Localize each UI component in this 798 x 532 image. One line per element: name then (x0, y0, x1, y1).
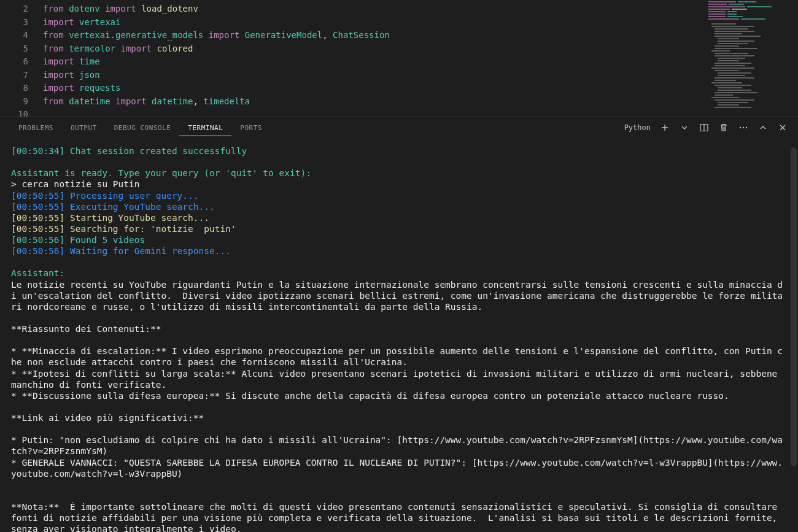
svg-point-3 (743, 127, 744, 128)
line-number: 6 (0, 55, 43, 69)
terminal-line: Assistant: (11, 268, 787, 279)
code-line[interactable]: 8import requests (0, 82, 798, 95)
line-number: 7 (0, 69, 43, 82)
code-text[interactable]: import requests (43, 82, 798, 95)
terminal-line: * **Ipotesi di conflitti su larga scala:… (11, 368, 787, 390)
code-text[interactable]: from datetime import datetime, timedelta (43, 95, 798, 109)
code-text[interactable]: import time (43, 55, 798, 69)
line-number: 9 (0, 95, 43, 109)
terminal-line: [00:50:56] Waiting for Gemini response..… (11, 245, 787, 256)
panel-tabs: PROBLEMS OUTPUT DEBUG CONSOLE TERMINAL P… (0, 117, 798, 138)
terminal-line (11, 423, 787, 434)
terminal-line: **Nota:** È importante sottolineare che … (11, 501, 787, 532)
line-number: 8 (0, 82, 43, 95)
terminal-line: [00:50:55] Searching for: 'notizie putin… (11, 223, 787, 234)
terminal-line: **Link ai video più significativi:** (11, 412, 787, 423)
tab-terminal[interactable]: TERMINAL (179, 119, 231, 136)
maximize-panel-button[interactable] (757, 122, 769, 133)
terminal-line: [00:50:55] Starting YouTube search... (11, 212, 787, 223)
split-terminal-button[interactable] (699, 122, 710, 133)
code-text[interactable]: import vertexai (43, 16, 798, 29)
terminal-line (11, 479, 787, 490)
line-number: 5 (0, 42, 43, 56)
terminal-output[interactable]: [00:50:34] Chat session created successf… (0, 138, 798, 532)
line-number: 2 (0, 2, 43, 16)
close-panel-button[interactable] (777, 122, 788, 133)
minimap[interactable] (706, 0, 798, 117)
panel-actions: Python (621, 122, 788, 133)
code-text[interactable]: import json (43, 69, 798, 82)
new-terminal-button[interactable] (659, 122, 670, 133)
tab-ports[interactable]: PORTS (231, 119, 271, 136)
code-text[interactable]: from dotenv import load_dotenv (43, 2, 798, 16)
terminal-line (11, 312, 787, 323)
more-actions-button[interactable] (738, 122, 749, 133)
code-line[interactable]: 9from datetime import datetime, timedelt… (0, 95, 798, 109)
terminal-line: * GENERALE VANNACCI: "QUESTA SAREBBE LA … (11, 457, 787, 479)
code-line[interactable]: 10 (0, 108, 798, 117)
code-line[interactable]: 5from termcolor import colored (0, 42, 798, 56)
tab-problems[interactable]: PROBLEMS (10, 119, 62, 136)
terminal-line: > cerca notizie su Putin (11, 179, 787, 190)
line-number: 4 (0, 29, 43, 42)
code-line[interactable]: 3import vertexai (0, 16, 798, 29)
vertical-scrollbar[interactable] (791, 147, 797, 466)
code-text[interactable]: from vertexai.generative_models import G… (43, 29, 798, 42)
terminal-profile-label: Python (624, 123, 651, 132)
terminal-line: [00:50:34] Chat session created successf… (11, 145, 787, 156)
editor[interactable]: 2from dotenv import load_dotenv3import v… (0, 0, 798, 117)
terminal-line: [00:50:55] Executing YouTube search... (11, 201, 787, 212)
terminal-line: [00:50:55] Processing user query... (11, 190, 787, 201)
terminal-line: Le notizie recenti su YouTube riguardant… (11, 279, 787, 312)
terminal-line: **Riassunto dei Contenuti:** (11, 323, 787, 334)
terminal-dropdown-icon[interactable] (679, 122, 690, 133)
terminal-line: * Putin: "non escludiamo di colpire chi … (11, 434, 787, 457)
terminal-profile[interactable]: Python (621, 123, 651, 132)
code-line[interactable]: 2from dotenv import load_dotenv (0, 2, 798, 16)
svg-point-4 (746, 127, 747, 128)
code-text[interactable]: from termcolor import colored (43, 42, 798, 56)
terminal-line (11, 490, 787, 501)
line-number: 3 (0, 16, 43, 29)
tab-output[interactable]: OUTPUT (62, 119, 106, 136)
terminal-line: Assistant is ready. Type your query (or … (11, 168, 787, 179)
terminal-line (11, 401, 787, 412)
code-line[interactable]: 4from vertexai.generative_models import … (0, 29, 798, 42)
code-text[interactable] (43, 108, 798, 117)
terminal-line (11, 334, 787, 345)
terminal-line (11, 256, 787, 268)
svg-point-2 (740, 127, 741, 128)
terminal-line: * **Minaccia di escalation:** I video es… (11, 345, 787, 368)
code-lines[interactable]: 2from dotenv import load_dotenv3import v… (0, 0, 798, 117)
line-number: 10 (0, 108, 43, 117)
terminal-line: [00:50:56] Found 5 videos (11, 234, 787, 245)
tab-debug-console[interactable]: DEBUG CONSOLE (106, 119, 180, 136)
terminal-line (11, 156, 787, 168)
code-line[interactable]: 6import time (0, 55, 798, 69)
terminal-line: * **Discussione sulla difesa europea:** … (11, 390, 787, 401)
kill-terminal-button[interactable] (718, 122, 729, 133)
code-line[interactable]: 7import json (0, 69, 798, 82)
